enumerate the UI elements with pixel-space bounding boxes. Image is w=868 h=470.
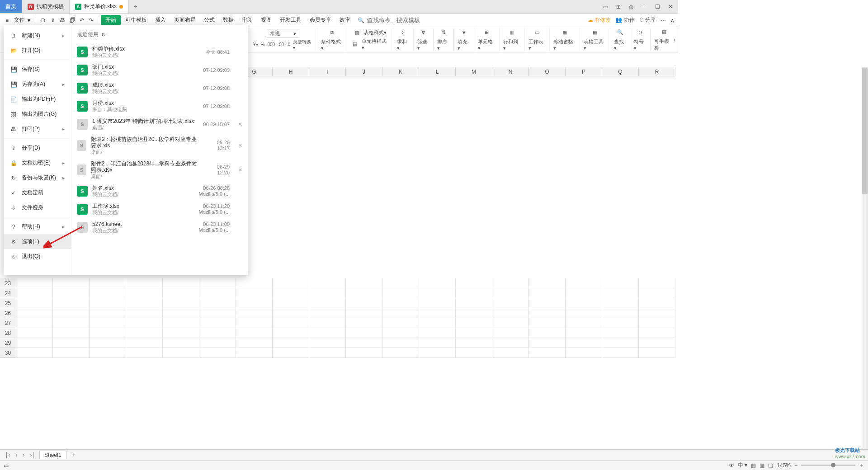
ribbon-tab-dev[interactable]: 开发工具 [276,15,305,25]
filter-icon[interactable]: ⛛ [419,28,427,37]
cell[interactable] [639,308,675,318]
cell[interactable] [199,328,236,338]
layout-icon[interactable]: ▭ [601,3,610,11]
recent-file-item[interactable]: S月份.xlsx来自：其他电脑07-12 09:08✕ [76,97,243,115]
cell[interactable] [529,318,566,328]
cell[interactable] [566,278,602,288]
cell[interactable] [529,288,566,298]
cell[interactable] [53,298,90,308]
cell[interactable] [16,318,53,328]
cell[interactable] [346,298,382,308]
recent-file-item[interactable]: S附表2：松桃苗族自治县20...段学科对应专业要求.xls桌面/06-29 1… [76,133,243,158]
export-icon[interactable]: ⇪ [49,16,57,25]
remove-recent-icon[interactable]: ✕ [238,167,242,173]
symbol-icon[interactable]: Ω [636,28,644,37]
rowscols[interactable]: 行和列▾ [503,38,521,51]
cell[interactable] [199,318,236,328]
col-header[interactable]: L [419,67,456,76]
cell[interactable] [90,318,126,328]
ribbon-tab-efficiency[interactable]: 效率 [336,15,354,25]
table-style-icon[interactable]: ▦ [353,29,361,37]
cell[interactable] [126,318,163,328]
ribbon-tab-formula[interactable]: 公式 [200,15,218,25]
sheet-icon2[interactable]: ▭ [533,28,541,37]
recent-file-item[interactable]: S种类单价.xlsx我的云文档/今天 08:41✕ [76,43,243,61]
cell[interactable] [273,278,309,288]
col-header[interactable]: O [529,67,566,76]
row-header[interactable]: 29 [0,338,16,348]
cell[interactable] [90,338,126,348]
ribbon-tab-insert[interactable]: 插入 [151,15,170,25]
cell[interactable] [346,308,382,318]
refresh-icon[interactable]: ↻ [101,32,106,38]
cell[interactable] [419,348,456,358]
cell[interactable] [566,308,602,318]
cells[interactable]: 单元格▾ [478,38,495,51]
sort-icon[interactable]: ⇅ [439,28,448,37]
close-button[interactable]: ✕ [666,3,675,11]
cell[interactable] [236,318,273,328]
cell[interactable] [16,298,53,308]
cell[interactable] [382,298,419,308]
menu-print[interactable]: 🖶打印(P)▸ [4,122,71,136]
rowscols-icon[interactable]: ▥ [508,28,516,37]
cell[interactable] [602,298,639,308]
cell[interactable] [309,328,346,338]
cell[interactable] [53,278,90,288]
dec-inc-icon[interactable]: .00 [278,42,284,47]
cell[interactable] [639,348,675,358]
cell[interactable] [163,288,199,298]
find[interactable]: 查找▾ [614,38,627,51]
col-header[interactable]: H [273,67,309,76]
cell[interactable] [602,308,639,318]
cell[interactable] [309,348,346,358]
cell[interactable] [456,278,492,288]
collapse-ribbon-icon[interactable]: ∧ [670,17,675,24]
cell[interactable] [16,348,53,358]
menu-backup[interactable]: ↻备份与恢复(K)▸ [4,170,71,185]
col-header[interactable]: R [639,67,675,76]
cell[interactable] [16,288,53,298]
cell[interactable] [199,288,236,298]
cell[interactable] [309,318,346,328]
cell[interactable] [529,278,566,288]
row-header[interactable]: 30 [0,348,16,358]
cell[interactable] [382,288,419,298]
cell[interactable] [419,298,456,308]
cell[interactable] [53,288,90,298]
cell[interactable] [382,338,419,348]
cell[interactable] [163,328,199,338]
cell[interactable] [346,318,382,328]
cell[interactable] [236,338,273,348]
cell[interactable] [456,308,492,318]
cell[interactable] [163,278,199,288]
cell[interactable] [529,338,566,348]
maximize-button[interactable]: ☐ [653,3,662,11]
cell[interactable] [382,348,419,358]
sum[interactable]: 求和▾ [397,38,410,51]
cell[interactable] [163,318,199,328]
col-header[interactable]: I [309,67,346,76]
cell[interactable] [492,308,529,318]
cell[interactable] [456,318,492,328]
tab-document[interactable]: S种类单价.xlsx [70,0,129,13]
cell[interactable] [382,328,419,338]
cell[interactable] [163,348,199,358]
row-header[interactable]: 25 [0,298,16,308]
col-header[interactable]: J [346,67,382,76]
cell[interactable] [90,308,126,318]
cell[interactable] [273,338,309,348]
cell[interactable] [566,348,602,358]
cell[interactable] [273,288,309,298]
col-header[interactable]: M [456,67,492,76]
find-icon[interactable]: 🔍 [616,28,624,37]
cell[interactable] [566,338,602,348]
cell[interactable] [602,348,639,358]
recent-file-item[interactable]: S1.遵义市2023年"特岗计划"招聘计划表.xlsx桌面/06-29 15:0… [76,115,243,133]
menu-share[interactable]: ⇪分享(D) [4,141,71,155]
cell[interactable] [309,308,346,318]
cell[interactable] [419,308,456,318]
type-convert[interactable]: 类型转换▾ [293,39,313,50]
cell[interactable] [346,338,382,348]
menu-new[interactable]: 🗋新建(N)▸ [4,28,71,43]
